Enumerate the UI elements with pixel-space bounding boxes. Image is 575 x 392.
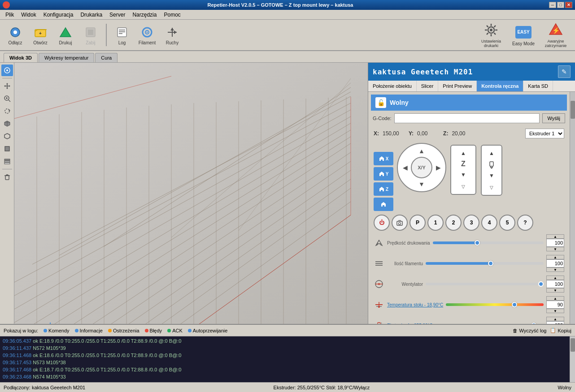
extruder-temp-value[interactable]: 255 (546, 321, 564, 324)
tab-cura[interactable]: Cura (95, 53, 118, 62)
bed-temp-thumb[interactable] (512, 302, 517, 307)
camera-preset-button[interactable] (392, 215, 408, 231)
filament-value[interactable]: 100 (546, 259, 564, 267)
fan-thumb[interactable] (538, 281, 544, 287)
y-minus-button[interactable]: ▼ (415, 178, 428, 190)
filter-informacje[interactable]: Informacje (75, 328, 103, 333)
y-plus-button[interactable]: ▲ (415, 145, 428, 157)
power-preset-button[interactable]: ⏻ (374, 215, 390, 231)
zoom-tool[interactable] (1, 93, 13, 104)
z-step-button[interactable]: ▽ (458, 181, 469, 191)
bed-temp-track[interactable] (446, 303, 544, 306)
fan-up[interactable]: ▲ (546, 276, 564, 280)
home-all-button[interactable] (374, 198, 393, 211)
filter-auto[interactable]: Autoprzewijanie (188, 328, 228, 333)
extruder-down-button[interactable]: ▼ (486, 171, 497, 181)
z-plus-button[interactable]: ▲ (458, 148, 469, 158)
z-minus-button[interactable]: ▼ (458, 170, 469, 180)
filter-komendy[interactable]: Komendy (44, 328, 69, 333)
preset-p-button[interactable]: P (409, 215, 426, 231)
close-button[interactable]: ✕ (565, 2, 572, 8)
tab-wykresy[interactable]: Wykresy temperatur (39, 53, 94, 62)
preset-5-button[interactable]: 5 (499, 215, 515, 231)
print-speed-down[interactable]: ▼ (546, 247, 564, 251)
x-plus-button[interactable]: ▶ (432, 161, 444, 174)
preset-4-button[interactable]: 4 (481, 215, 497, 231)
print-button[interactable]: Drukuj (54, 22, 77, 48)
print-speed-value[interactable]: 100 (546, 239, 564, 247)
tab-slicer[interactable]: Slicer (417, 81, 439, 91)
preset-1-button[interactable]: 1 (427, 215, 444, 231)
emergency-button[interactable]: ⚡ Awaryjne zatrzymanie (540, 22, 571, 48)
console-scroll-thumb[interactable] (571, 338, 575, 352)
fan-track[interactable] (426, 283, 544, 285)
bed-temp-up[interactable]: ▲ (546, 296, 564, 301)
print-speed-up[interactable]: ▲ (546, 234, 564, 239)
send-button[interactable]: Wyślij (542, 113, 565, 123)
filament-down[interactable]: ▼ (546, 267, 564, 272)
move-tool[interactable] (1, 80, 13, 92)
fan-value[interactable]: 100 (546, 280, 564, 288)
delete-tool[interactable] (1, 171, 13, 183)
print-speed-thumb[interactable] (475, 240, 480, 246)
rpanel-scroll-thumb[interactable] (571, 101, 575, 119)
menu-widok[interactable]: Widok (17, 11, 39, 19)
tab-manual-control[interactable]: Kontrola ręczna (477, 81, 523, 91)
gcode-input[interactable] (394, 113, 540, 123)
print-speed-track[interactable] (433, 241, 544, 244)
connect-button[interactable]: Odłącz (4, 22, 27, 48)
minimize-button[interactable]: ─ (549, 2, 556, 8)
motion-button[interactable]: Ruchy (161, 22, 184, 48)
clear-log-button[interactable]: 🗑 Wyczyść log (513, 328, 546, 333)
filament-up[interactable]: ▲ (546, 255, 564, 259)
cube-wire-tool[interactable] (1, 130, 13, 142)
xy-control-pad[interactable]: ▲ ▼ ◀ ▶ X/Y (397, 143, 446, 192)
tab-print-preview[interactable]: Print Preview (438, 81, 477, 91)
easy-mode-button[interactable]: EASY Easy Mode (508, 22, 539, 48)
preset-help-button[interactable]: ? (517, 215, 533, 231)
extruder-temp-up[interactable]: ▲ (546, 317, 564, 321)
menu-narzedzia[interactable]: Narzędzia (129, 11, 160, 19)
menu-pomoc[interactable]: Pomoc (160, 11, 184, 19)
menu-konfiguracja[interactable]: Konfiguracja (40, 11, 77, 19)
rotate-tool[interactable] (1, 105, 13, 117)
kill-button[interactable]: Zabij (79, 22, 102, 48)
bed-temp-label[interactable]: Temperatura stołu - 18,90°C (387, 302, 443, 307)
extruder-step-button[interactable]: ▽ (486, 182, 497, 192)
console-scrollbar[interactable] (570, 336, 575, 382)
home-x-button[interactable]: X (374, 152, 393, 165)
copy-log-button[interactable]: 📋 Kopiuj (550, 327, 571, 333)
open-button[interactable]: + Otwórz (29, 22, 52, 48)
fan-down[interactable]: ▼ (546, 288, 564, 293)
3d-viewport[interactable] (14, 63, 368, 324)
cube-solid-tool[interactable] (1, 118, 13, 129)
settings-button[interactable]: Ustawienia drukarki (475, 22, 507, 48)
home-z-button[interactable]: Z (374, 182, 393, 196)
menu-drukarka[interactable]: Drukarka (77, 11, 106, 19)
menu-plik[interactable]: Plik (2, 11, 17, 19)
filament-button[interactable]: Filament (135, 22, 159, 48)
extruder-temp-thumb[interactable] (531, 323, 536, 324)
layers-tool[interactable] (1, 155, 13, 167)
filter-bledy[interactable]: Błędy (145, 328, 162, 333)
extruder-up-button[interactable]: ▲ (486, 148, 497, 158)
extruder-temp-label[interactable]: Ekstruder 1 - 255,00°C (387, 323, 441, 324)
preset-3-button[interactable]: 3 (463, 215, 479, 231)
filament-track[interactable] (426, 262, 544, 265)
bed-temp-down[interactable]: ▼ (546, 309, 564, 313)
cube-flat-tool[interactable] (1, 143, 13, 155)
filter-ostrzezenia[interactable]: Ostrzeżenia (108, 328, 139, 333)
edit-printer-button[interactable]: ✎ (558, 65, 571, 78)
home-y-button[interactable]: Y (374, 167, 393, 181)
x-minus-button[interactable]: ◀ (399, 161, 411, 174)
tab-position[interactable]: Położenie obiektu (368, 81, 417, 91)
log-button[interactable]: Log (110, 22, 134, 48)
maximize-button[interactable]: □ (557, 2, 564, 8)
rpanel-scrollbar[interactable] (570, 92, 575, 324)
tab-sd-card[interactable]: Karta SD (523, 81, 553, 91)
extruder-select[interactable]: Ekstruder 1 (525, 129, 564, 138)
preset-2-button[interactable]: 2 (445, 215, 462, 231)
select-tool[interactable] (1, 65, 13, 76)
tab-widok-3d[interactable]: Widok 3D (4, 53, 38, 62)
bed-temp-value[interactable]: 90 (546, 301, 564, 309)
